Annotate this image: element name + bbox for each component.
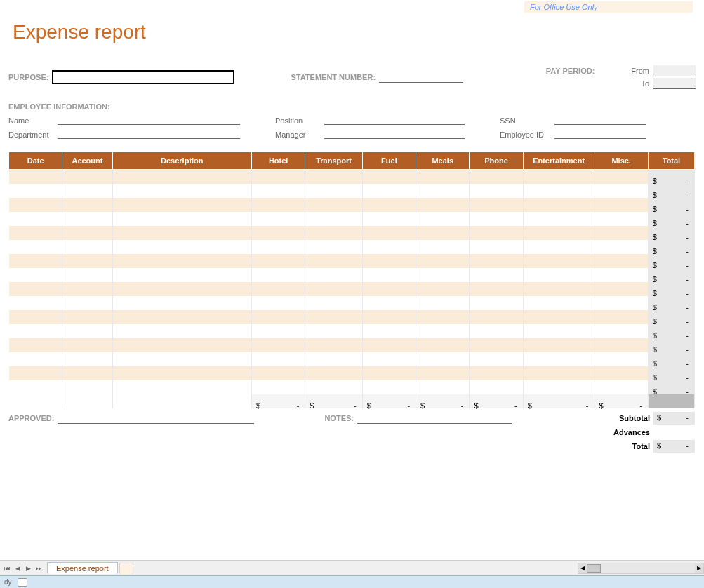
cell[interactable] bbox=[523, 352, 595, 366]
cell[interactable] bbox=[595, 170, 648, 184]
cell[interactable] bbox=[252, 366, 305, 380]
cell[interactable] bbox=[416, 366, 470, 380]
ssn-input[interactable] bbox=[554, 114, 646, 125]
cell[interactable] bbox=[470, 240, 523, 254]
cell[interactable] bbox=[112, 352, 251, 366]
cell[interactable] bbox=[62, 226, 112, 240]
name-input[interactable] bbox=[58, 114, 240, 125]
purpose-input[interactable] bbox=[52, 70, 234, 84]
cell[interactable] bbox=[523, 212, 595, 226]
cell[interactable] bbox=[62, 212, 112, 226]
cell[interactable] bbox=[470, 324, 523, 338]
cell[interactable] bbox=[9, 198, 62, 212]
cell[interactable] bbox=[523, 380, 595, 394]
cell[interactable] bbox=[9, 254, 62, 268]
cell[interactable] bbox=[62, 282, 112, 296]
cell[interactable] bbox=[523, 282, 595, 296]
scroll-left-icon[interactable]: ◀ bbox=[578, 563, 587, 573]
cell[interactable] bbox=[362, 226, 416, 240]
cell[interactable] bbox=[523, 170, 595, 184]
cell[interactable] bbox=[416, 212, 470, 226]
cell[interactable] bbox=[416, 310, 470, 324]
cell[interactable] bbox=[9, 352, 62, 366]
cell[interactable] bbox=[362, 366, 416, 380]
cell[interactable] bbox=[595, 198, 648, 212]
cell[interactable] bbox=[305, 296, 362, 310]
cell[interactable] bbox=[470, 352, 523, 366]
cell[interactable] bbox=[470, 254, 523, 268]
cell[interactable] bbox=[470, 338, 523, 352]
cell[interactable] bbox=[523, 310, 595, 324]
cell[interactable] bbox=[62, 366, 112, 380]
tab-prev-icon[interactable]: ◀ bbox=[13, 563, 22, 573]
tab-next-icon[interactable]: ▶ bbox=[23, 563, 33, 573]
cell[interactable] bbox=[9, 338, 62, 352]
cell[interactable] bbox=[252, 310, 305, 324]
cell[interactable] bbox=[595, 240, 648, 254]
cell[interactable] bbox=[595, 268, 648, 282]
to-input[interactable] bbox=[653, 78, 696, 89]
cell[interactable] bbox=[62, 310, 112, 324]
cell[interactable] bbox=[112, 324, 251, 338]
cell[interactable] bbox=[362, 352, 416, 366]
cell[interactable] bbox=[252, 198, 305, 212]
cell[interactable] bbox=[252, 254, 305, 268]
horizontal-scrollbar[interactable]: ◀ ▶ bbox=[578, 563, 704, 574]
cell[interactable] bbox=[252, 226, 305, 240]
cell[interactable] bbox=[362, 380, 416, 394]
cell[interactable] bbox=[595, 338, 648, 352]
cell[interactable] bbox=[595, 254, 648, 268]
cell[interactable] bbox=[470, 296, 523, 310]
cell[interactable] bbox=[416, 380, 470, 394]
cell[interactable] bbox=[595, 226, 648, 240]
cell[interactable] bbox=[112, 296, 251, 310]
cell[interactable] bbox=[62, 254, 112, 268]
cell[interactable] bbox=[595, 282, 648, 296]
cell[interactable] bbox=[470, 366, 523, 380]
cell[interactable] bbox=[523, 268, 595, 282]
cell[interactable] bbox=[305, 282, 362, 296]
cell[interactable] bbox=[252, 296, 305, 310]
cell[interactable] bbox=[305, 268, 362, 282]
cell[interactable] bbox=[305, 352, 362, 366]
cell[interactable] bbox=[523, 254, 595, 268]
cell[interactable] bbox=[62, 380, 112, 394]
cell[interactable] bbox=[252, 352, 305, 366]
cell[interactable] bbox=[252, 268, 305, 282]
status-icon[interactable] bbox=[18, 578, 27, 587]
cell[interactable] bbox=[9, 268, 62, 282]
cell[interactable] bbox=[9, 240, 62, 254]
cell[interactable] bbox=[416, 170, 470, 184]
cell[interactable] bbox=[470, 212, 523, 226]
cell[interactable] bbox=[112, 268, 251, 282]
cell[interactable] bbox=[112, 338, 251, 352]
manager-input[interactable] bbox=[324, 128, 465, 139]
advances-value[interactable] bbox=[653, 426, 695, 439]
cell[interactable] bbox=[523, 366, 595, 380]
cell[interactable] bbox=[305, 184, 362, 198]
cell[interactable] bbox=[362, 254, 416, 268]
cell[interactable] bbox=[62, 324, 112, 338]
cell[interactable] bbox=[362, 324, 416, 338]
cell[interactable] bbox=[470, 184, 523, 198]
cell[interactable] bbox=[523, 296, 595, 310]
cell[interactable] bbox=[416, 240, 470, 254]
cell[interactable] bbox=[62, 184, 112, 198]
cell[interactable] bbox=[523, 324, 595, 338]
cell[interactable] bbox=[362, 338, 416, 352]
employee-id-input[interactable] bbox=[554, 128, 646, 139]
cell[interactable] bbox=[595, 380, 648, 394]
cell[interactable] bbox=[252, 184, 305, 198]
cell[interactable] bbox=[112, 380, 251, 394]
cell[interactable] bbox=[305, 380, 362, 394]
cell[interactable] bbox=[9, 226, 62, 240]
cell[interactable] bbox=[305, 240, 362, 254]
cell[interactable] bbox=[305, 338, 362, 352]
cell[interactable] bbox=[470, 268, 523, 282]
position-input[interactable] bbox=[324, 114, 465, 125]
cell[interactable] bbox=[523, 184, 595, 198]
cell[interactable] bbox=[416, 282, 470, 296]
cell[interactable] bbox=[470, 226, 523, 240]
statement-number-input[interactable] bbox=[379, 72, 463, 83]
cell[interactable] bbox=[112, 282, 251, 296]
